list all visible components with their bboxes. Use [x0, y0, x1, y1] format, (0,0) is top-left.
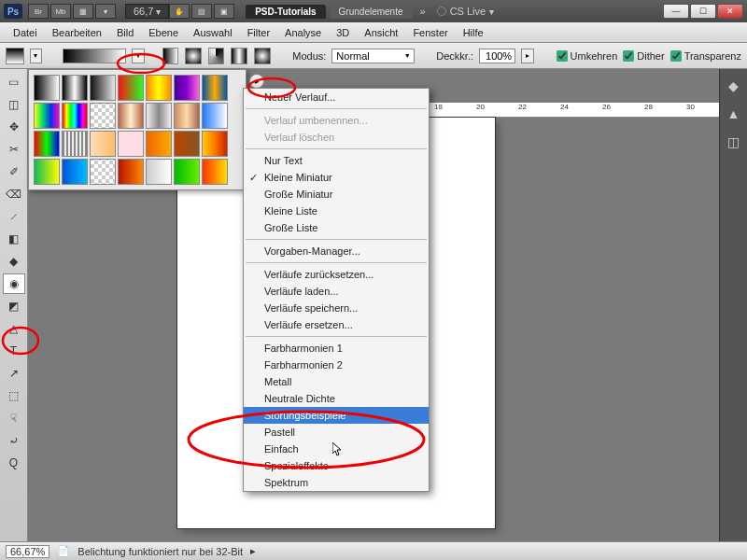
gradient-dd[interactable]: ▾ [132, 49, 145, 63]
tool-preset[interactable] [6, 48, 24, 64]
transparency-checkbox[interactable]: Transparenz [670, 50, 741, 62]
swatches-panel-icon[interactable]: ▲ [725, 105, 743, 123]
status-zoom[interactable]: 66,67% [6, 545, 49, 558]
menu-3d[interactable]: 3D [329, 27, 357, 38]
menu-item[interactable]: Große Liste [244, 219, 429, 236]
gradient-swatch[interactable] [174, 103, 200, 129]
tool-4[interactable]: ✐ [3, 161, 25, 182]
gradient-swatch[interactable] [146, 131, 172, 157]
menu-item[interactable]: Vorgaben-Manager... [244, 243, 429, 259]
gradient-swatch[interactable] [118, 103, 144, 129]
menu-item[interactable]: Verläufe laden... [244, 283, 429, 300]
tool-1[interactable]: ◫ [3, 94, 25, 115]
menu-item[interactable]: Verläufe speichern... [244, 300, 429, 316]
tool-6[interactable]: ⟋ [3, 206, 25, 227]
doc-tab-1[interactable]: PSD-Tutorials [246, 5, 325, 19]
menu-ansicht[interactable]: Ansicht [357, 27, 405, 38]
minimize-button[interactable]: — [663, 4, 689, 19]
menu-item[interactable]: Verläufe ersetzen... [244, 316, 429, 333]
reverse-checkbox[interactable]: Umkehren [557, 50, 618, 62]
menu-ebene[interactable]: Ebene [141, 27, 186, 38]
gradient-swatch[interactable] [202, 75, 228, 101]
maximize-button[interactable]: ☐ [690, 4, 716, 19]
gradient-angle[interactable] [208, 48, 225, 64]
menu-item[interactable]: Große Miniatur [244, 186, 429, 203]
flyout-icon[interactable]: ▸ [249, 74, 264, 89]
gradient-swatch[interactable] [146, 103, 172, 129]
gradient-swatch[interactable] [62, 103, 88, 129]
gradient-swatch[interactable] [90, 159, 116, 185]
gradient-swatch[interactable] [62, 75, 88, 101]
gradient-swatch[interactable] [34, 159, 60, 185]
status-arrow-icon[interactable]: ▸ [250, 545, 256, 557]
menu-item[interactable]: Neuer Verlauf... [244, 89, 429, 105]
opacity-input[interactable]: 100% [479, 49, 515, 63]
color-panel-icon[interactable]: ◆ [725, 77, 743, 95]
zoom-level[interactable]: 66,7 ▾ [125, 4, 169, 19]
expand-icon[interactable]: » [415, 6, 431, 17]
tool-16[interactable]: ⤾ [3, 430, 25, 451]
gradient-linear[interactable] [162, 48, 179, 64]
tool-12[interactable]: T [3, 341, 25, 361]
bridge-button[interactable]: Br [28, 4, 49, 19]
menu-item[interactable]: Neutrale Dichte [244, 390, 429, 407]
menu-analyse[interactable]: Analyse [277, 27, 329, 38]
tool-2[interactable]: ✥ [3, 117, 25, 137]
gradient-swatch[interactable] [174, 131, 200, 157]
gradient-swatch[interactable] [34, 103, 60, 129]
gradient-swatch[interactable] [202, 131, 228, 157]
menu-item[interactable]: Kleine Liste [244, 203, 429, 219]
layout-button[interactable]: ▦ [73, 4, 93, 19]
gradient-radial[interactable] [185, 48, 202, 64]
tool-0[interactable]: ▭ [3, 72, 25, 92]
gradient-diamond[interactable] [254, 48, 271, 64]
tool-preset-dd[interactable]: ▾ [30, 49, 43, 63]
dither-checkbox[interactable]: Dither [623, 50, 664, 62]
tool-14[interactable]: ⬚ [3, 385, 25, 406]
gradient-swatch[interactable] [146, 75, 172, 101]
gradient-swatch[interactable] [90, 75, 116, 101]
menu-item[interactable]: Farbharmonien 2 [244, 357, 429, 373]
close-button[interactable]: ✕ [717, 4, 743, 19]
menu-bearbeiten[interactable]: Bearbeiten [45, 27, 109, 38]
gradient-swatch[interactable] [34, 131, 60, 157]
menu-item[interactable]: Verläufe zurücksetzen... [244, 266, 429, 283]
tool-8[interactable]: ◆ [3, 251, 25, 272]
gradient-preview[interactable] [63, 49, 126, 63]
gradient-reflected[interactable] [231, 48, 247, 64]
cs-live[interactable]: CS Live ▾ [437, 6, 495, 17]
gradient-swatch[interactable] [174, 159, 200, 185]
tool-11[interactable]: △ [3, 318, 25, 339]
arrange-button[interactable]: ▤ [191, 4, 212, 19]
menu-item[interactable]: Farbharmonien 1 [244, 340, 429, 357]
menu-bild[interactable]: Bild [109, 27, 141, 38]
menu-filter[interactable]: Filter [240, 27, 277, 38]
menu-item[interactable]: Nur Text [244, 152, 429, 169]
minibridge-button[interactable]: Mb [50, 4, 71, 19]
tool-9[interactable]: ◉ [3, 273, 25, 294]
gradient-swatch[interactable] [62, 131, 88, 157]
menu-hilfe[interactable]: Hilfe [456, 27, 491, 38]
gradient-swatch[interactable] [174, 75, 200, 101]
tool-3[interactable]: ✂ [3, 139, 25, 160]
tool-17[interactable]: Q [3, 453, 25, 473]
gradient-swatch[interactable] [62, 159, 88, 185]
menu-item[interactable]: Pastell [244, 424, 429, 441]
gradient-swatch[interactable] [90, 103, 116, 129]
menu-item[interactable]: Spektrum [244, 474, 429, 491]
menu-item[interactable]: Spezialeffekte [244, 457, 429, 474]
menu-item[interactable]: Störungsbeispiele [244, 407, 429, 424]
hand-button[interactable]: ✋ [169, 4, 190, 19]
menu-item[interactable]: Kleine Miniatur [244, 169, 429, 186]
gradient-swatch[interactable] [90, 131, 116, 157]
gradient-swatch[interactable] [34, 75, 60, 101]
gradient-swatch[interactable] [118, 75, 144, 101]
menu-fenster[interactable]: Fenster [405, 27, 455, 38]
menu-datei[interactable]: Datei [6, 27, 45, 38]
menu-auswahl[interactable]: Auswahl [186, 27, 240, 38]
tool-15[interactable]: ☟ [3, 408, 25, 428]
tool-5[interactable]: ⌫ [3, 184, 25, 204]
tool-10[interactable]: ◩ [3, 296, 25, 316]
opacity-dd[interactable]: ▸ [521, 49, 534, 63]
mode-select[interactable]: Normal [331, 49, 414, 63]
